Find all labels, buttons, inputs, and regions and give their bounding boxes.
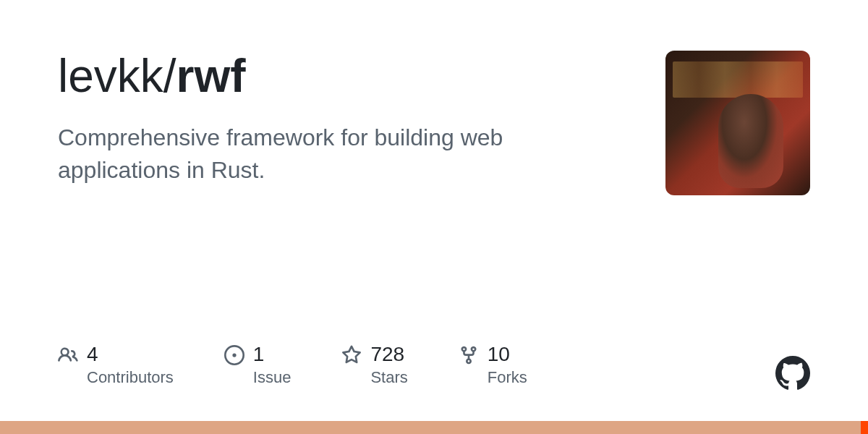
issue-icon <box>224 345 244 365</box>
stars-label: Stars <box>370 368 407 387</box>
repo-owner[interactable]: levkk <box>58 50 163 102</box>
contributors-label: Contributors <box>87 368 174 387</box>
forks-label: Forks <box>488 368 527 387</box>
people-icon <box>58 345 78 365</box>
repo-separator: / <box>163 50 176 102</box>
issues-value: 1 <box>253 342 292 367</box>
github-logo-icon[interactable] <box>775 356 810 391</box>
language-segment-rust[interactable] <box>0 421 861 434</box>
repo-title: levkk/rwf <box>58 51 637 101</box>
repo-name[interactable]: rwf <box>176 50 246 102</box>
language-bar <box>0 421 868 434</box>
stars-value: 728 <box>370 342 407 367</box>
issues-stat[interactable]: 1 Issue <box>224 342 292 387</box>
stars-stat[interactable]: 728 Stars <box>341 342 407 387</box>
owner-avatar[interactable] <box>665 51 810 195</box>
fork-icon <box>459 345 479 365</box>
stats-row: 4 Contributors 1 Issue 728 Stars <box>58 342 810 387</box>
contributors-value: 4 <box>87 342 174 367</box>
repo-description: Comprehensive framework for building web… <box>58 122 579 187</box>
forks-stat[interactable]: 10 Forks <box>459 342 527 387</box>
language-segment-other[interactable] <box>861 421 868 434</box>
issues-label: Issue <box>253 368 292 387</box>
star-icon <box>341 345 362 365</box>
contributors-stat[interactable]: 4 Contributors <box>58 342 174 387</box>
forks-value: 10 <box>488 342 527 367</box>
